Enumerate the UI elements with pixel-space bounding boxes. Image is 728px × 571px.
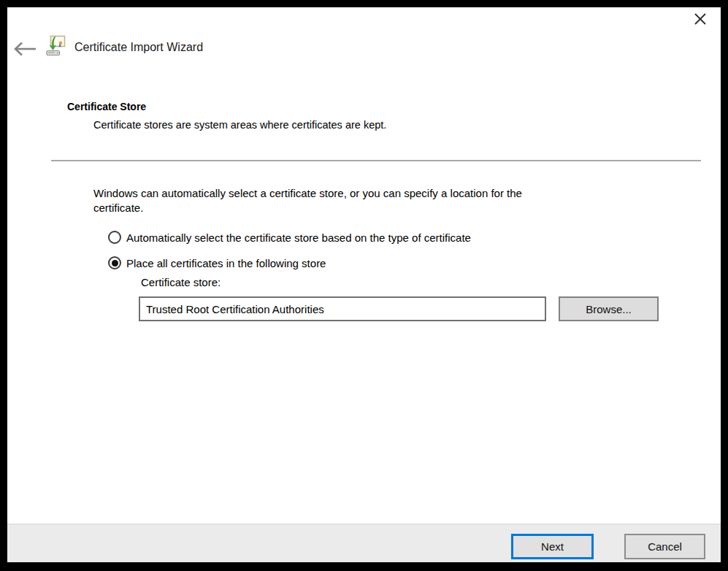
wizard-footer: Next Cancel xyxy=(7,524,721,562)
section-heading: Certificate Store xyxy=(67,101,146,112)
cancel-button[interactable]: Cancel xyxy=(624,534,705,559)
radio-option-place-in-store[interactable]: Place all certificates in the following … xyxy=(108,256,326,269)
page-title: Certificate Import Wizard xyxy=(74,41,203,54)
browse-button[interactable]: Browse... xyxy=(559,296,659,321)
radio-option-label: Automatically select the certificate sto… xyxy=(126,231,471,244)
radio-button-icon xyxy=(108,231,121,244)
certificate-import-wizard-window: Certificate Import Wizard Certificate St… xyxy=(0,0,728,571)
certificate-store-input[interactable] xyxy=(139,296,546,321)
radio-button-icon xyxy=(108,256,121,269)
header-divider xyxy=(51,160,701,161)
wizard-content: Certificate Import Wizard Certificate St… xyxy=(7,7,721,562)
next-button[interactable]: Next xyxy=(511,534,594,559)
back-arrow-icon[interactable] xyxy=(13,41,38,57)
radio-option-label: Place all certificates in the following … xyxy=(126,257,326,269)
close-x-glyph xyxy=(692,11,708,27)
certificate-store-label: Certificate store: xyxy=(141,276,221,288)
section-description: Certificate stores are system areas wher… xyxy=(93,119,386,131)
intro-text: Windows can automatically select a certi… xyxy=(93,186,567,215)
radio-option-automatic-store[interactable]: Automatically select the certificate sto… xyxy=(108,231,471,244)
wizard-header: Certificate Import Wizard xyxy=(7,34,721,66)
certificate-import-icon xyxy=(45,35,66,57)
close-icon[interactable] xyxy=(690,9,710,29)
